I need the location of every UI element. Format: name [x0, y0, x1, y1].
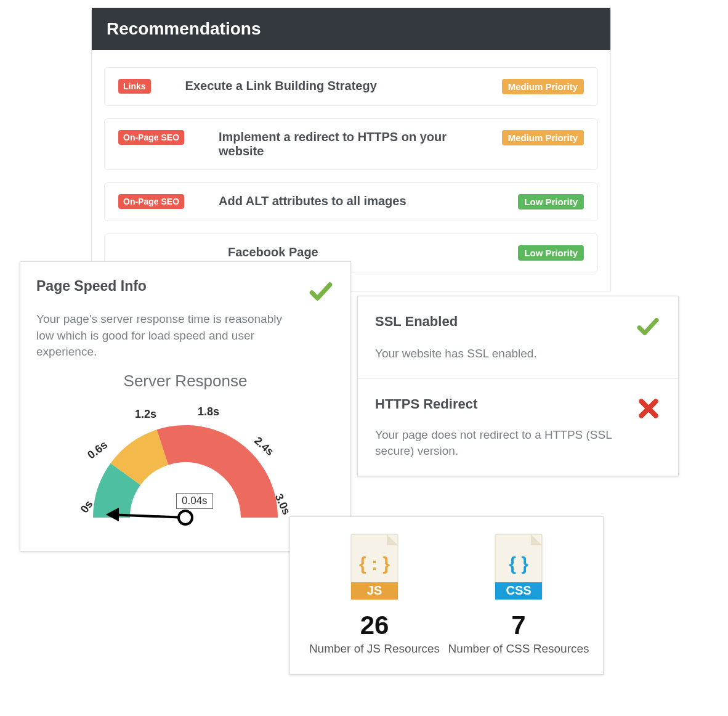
- recommendation-title: Execute a Link Building Strategy: [161, 79, 492, 93]
- ssl-enabled-section: SSL Enabled Your website has SSL enabled…: [358, 296, 678, 378]
- svg-text:CSS: CSS: [506, 584, 531, 597]
- gauge-title: Server Response: [36, 372, 334, 391]
- css-count: 7: [447, 611, 591, 640]
- priority-badge: Medium Priority: [502, 79, 584, 94]
- recommendation-row[interactable]: On-Page SEO Add ALT attributes to all im…: [104, 182, 598, 221]
- recommendations-panel: Recommendations Links Execute a Link Bui…: [91, 7, 611, 291]
- svg-point-2: [179, 511, 192, 524]
- page-speed-description: Your page's server response time is reas…: [36, 311, 295, 360]
- ssl-enabled-title: SSL Enabled: [375, 314, 458, 330]
- js-label: Number of JS Resources: [302, 641, 447, 657]
- recommendation-row[interactable]: Links Execute a Link Building Strategy M…: [104, 67, 598, 106]
- priority-badge: Low Priority: [518, 194, 584, 210]
- priority-badge: Low Priority: [518, 245, 584, 261]
- css-label: Number of CSS Resources: [447, 641, 591, 657]
- server-response-gauge: Server Response 0s 0.6s 1.2s: [36, 372, 334, 536]
- priority-badge: Medium Priority: [502, 130, 584, 145]
- svg-text:{ }: { }: [509, 553, 528, 574]
- svg-text:{ : }: { : }: [359, 553, 390, 574]
- https-redirect-description: Your page does not redirect to a HTTPS (…: [375, 427, 621, 460]
- ssl-card: SSL Enabled Your website has SSL enabled…: [357, 296, 679, 476]
- cross-icon: [636, 396, 661, 421]
- page-speed-title: Page Speed Info: [36, 278, 147, 295]
- checkmark-icon: [307, 278, 334, 305]
- gauge-tick: 1.8s: [198, 405, 219, 418]
- js-badge-text: JS: [367, 584, 382, 597]
- recommendations-header: Recommendations: [92, 8, 610, 50]
- page-speed-card: Page Speed Info Your page's server respo…: [20, 261, 351, 551]
- https-redirect-title: HTTPS Redirect: [375, 396, 477, 412]
- resources-card: { : } JS 26 Number of JS Resources { } C…: [289, 516, 604, 675]
- js-file-icon: { : } JS: [302, 533, 447, 603]
- https-redirect-section: HTTPS Redirect Your page does not redire…: [358, 378, 678, 476]
- recommendation-row[interactable]: On-Page SEO Implement a redirect to HTTP…: [104, 118, 598, 170]
- js-count: 26: [302, 611, 447, 640]
- css-resources: { } CSS 7 Number of CSS Resources: [447, 533, 591, 657]
- recommendation-title: Add ALT attributes to all images: [194, 194, 508, 208]
- js-resources: { : } JS 26 Number of JS Resources: [302, 533, 447, 657]
- recommendation-title: Facebook Page: [228, 245, 508, 259]
- ssl-enabled-description: Your website has SSL enabled.: [375, 346, 621, 362]
- checkmark-icon: [635, 314, 661, 340]
- recommendation-category-badge: On-Page SEO: [118, 194, 184, 209]
- recommendation-category-badge: On-Page SEO: [118, 130, 184, 145]
- gauge-value: 0.04s: [176, 493, 213, 509]
- recommendations-list: Links Execute a Link Building Strategy M…: [92, 50, 610, 291]
- recommendation-title: Implement a redirect to HTTPS on your we…: [194, 130, 492, 158]
- recommendation-category-badge: Links: [118, 79, 151, 94]
- gauge-tick: 1.2s: [135, 408, 156, 421]
- css-file-icon: { } CSS: [447, 533, 591, 603]
